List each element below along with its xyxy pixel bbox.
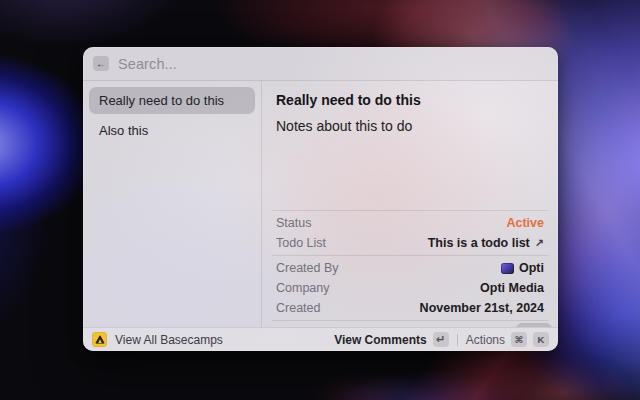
sidebar-item-really-need-to-do-this[interactable]: Really need to do this (89, 87, 255, 114)
company-value: Opti Media (480, 281, 544, 295)
creator-name: Opti (519, 261, 544, 275)
search-input[interactable]: Search... (118, 56, 177, 72)
metadata-label: Created By (276, 261, 339, 275)
back-button[interactable]: ← (93, 56, 109, 71)
metadata-row-todo-list: Todo List This is a todo list ↗ (262, 233, 558, 253)
enter-keycap: ↵ (433, 332, 449, 347)
created-by-value: Opti (501, 261, 544, 275)
view-comments-button[interactable]: View Comments (334, 333, 426, 347)
detail-notes: Notes about this to do (276, 118, 544, 134)
back-arrow-icon: ← (96, 58, 106, 69)
metadata-section: Status Active Todo List This is a todo l… (262, 210, 558, 327)
view-all-basecamps-button[interactable]: View All Basecamps (115, 333, 223, 347)
metadata-row-created-by: Created By Opti (262, 258, 558, 278)
desktop-wallpaper: ← Search... Really need to do this Also … (0, 0, 640, 400)
basecamp-icon (92, 332, 107, 347)
metadata-label: Todo List (276, 236, 326, 250)
status-badge: Active (506, 216, 544, 230)
todo-list-link-label: This is a todo list (428, 236, 530, 250)
detail-panel: Really need to do this Notes about this … (262, 81, 558, 327)
metadata-row-company: Company Opti Media (262, 278, 558, 298)
external-link-icon: ↗ (535, 237, 544, 250)
detail-title: Really need to do this (276, 92, 544, 108)
metadata-row-status: Status Active (262, 213, 558, 233)
k-keycap: K (533, 332, 549, 347)
todo-list-link[interactable]: This is a todo list ↗ (428, 236, 544, 250)
cmd-keycap: ⌘ (511, 332, 527, 347)
metadata-label: Created (276, 301, 320, 315)
sidebar-item-also-this[interactable]: Also this (89, 117, 255, 144)
created-date-value: November 21st, 2024 (420, 301, 544, 315)
metadata-label: Status (276, 216, 311, 230)
actions-button[interactable]: Actions (466, 333, 505, 347)
footer-divider (457, 334, 458, 346)
metadata-row-created: Created November 21st, 2024 (262, 298, 558, 318)
clipped-badge (516, 323, 552, 327)
command-palette-window: ← Search... Really need to do this Also … (83, 47, 558, 351)
metadata-label: Company (276, 281, 330, 295)
footer-action-bar: View All Basecamps View Comments ↵ Actio… (83, 327, 558, 351)
results-sidebar: Really need to do this Also this (83, 81, 262, 327)
creator-avatar (501, 263, 514, 274)
search-bar: ← Search... (83, 47, 558, 81)
clipped-next-row (262, 321, 558, 327)
basecamp-mountain-glyph (95, 335, 105, 344)
